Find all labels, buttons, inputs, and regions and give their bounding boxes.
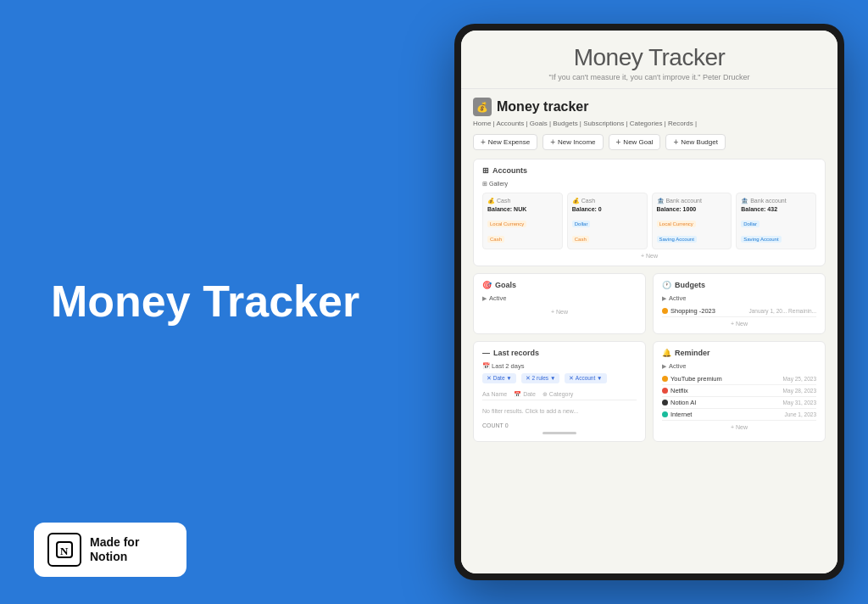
notion-badge-line1: Made for xyxy=(90,535,139,550)
goals-section: 🎯 Goals ▶ Active + New xyxy=(473,273,646,334)
nav-links: Home | Accounts | Goals | Budgets | Subs… xyxy=(473,120,826,127)
reminder-1-dot xyxy=(662,376,668,382)
card3-tag1: Local Currency xyxy=(657,221,696,227)
card2-icon: 💰 Cash xyxy=(572,198,643,204)
reminder-item-1: YouTube premium May 25, 2023 xyxy=(662,373,816,385)
notion-badge-text: Made for Notion xyxy=(90,535,139,564)
money-tracker-icon: 💰 xyxy=(473,98,492,116)
accounts-title: Accounts xyxy=(492,166,527,175)
reminder-4-dot xyxy=(662,411,668,417)
reminder-icon: 🔔 xyxy=(662,349,671,357)
reminder-4-name: Internet xyxy=(670,411,692,418)
records-count: COUNT 0 xyxy=(482,422,637,428)
goals-new[interactable]: + New xyxy=(482,305,637,315)
budgets-section: 🕐 Budgets ▶ Active Shopping -2023 Januar… xyxy=(653,273,826,334)
budget-dot xyxy=(662,308,668,314)
records-table-header: Aa Name 📅 Date ⊕ Category xyxy=(482,389,637,400)
account-card-4: 🏦 Bank account Balance: 432 Dollar Savin… xyxy=(736,193,816,249)
goals-budgets-row: 🎯 Goals ▶ Active + New 🕐 Budgets xyxy=(473,273,826,334)
account-card-2: 💰 Cash Balance: 0 Dollar Cash xyxy=(567,193,648,249)
goals-filter-label: Active xyxy=(489,294,506,302)
notion-icon: N xyxy=(47,533,81,567)
page-title: Money tracker xyxy=(497,99,589,115)
card1-tag1: Local Currency xyxy=(487,221,526,227)
reminder-item-4: Internet June 1, 2023 xyxy=(662,409,816,421)
goals-icon: 🎯 xyxy=(482,281,492,289)
filter-date[interactable]: ✕ Date ▼ xyxy=(482,373,516,383)
account-card-1: 💰 Cash Balance: NUK Local Currency Cash xyxy=(482,193,563,249)
notion-badge: N Made for Notion xyxy=(34,523,186,577)
budgets-filter-label: Active xyxy=(669,294,686,302)
budgets-new[interactable]: + New xyxy=(662,317,816,327)
new-goal-button[interactable]: New Goal xyxy=(609,134,661,150)
reminder-3-name: Notion AI xyxy=(670,399,696,406)
new-budget-button[interactable]: New Budget xyxy=(665,134,725,150)
accounts-new[interactable]: + New xyxy=(482,249,816,259)
reminder-1-label: YouTube premium xyxy=(662,375,722,383)
device-mockup: Money Tracker "If you can't measure it, … xyxy=(454,24,844,580)
card4-tag1: Dollar xyxy=(741,221,760,227)
card2-tag1: Dollar xyxy=(572,221,591,227)
last-records-title: Last records xyxy=(493,349,539,357)
reminder-item-3: Notion AI May 31, 2023 xyxy=(662,397,816,409)
new-income-button[interactable]: New Income xyxy=(542,134,603,150)
action-buttons: New Expense New Income New Goal New Budg… xyxy=(473,134,826,150)
no-results-text: No filter results. Click to add a new... xyxy=(482,403,637,419)
budget-item-1-label: Shopping -2023 xyxy=(662,307,715,315)
reminder-2-date: May 28, 2023 xyxy=(783,388,816,394)
card1-balance: Balance: NUK xyxy=(487,206,558,212)
app-header: Money Tracker "If you can't measure it, … xyxy=(461,31,837,89)
col-name: Aa Name xyxy=(482,391,507,398)
accounts-view: ⊞ Gallery xyxy=(482,180,816,187)
filter-account[interactable]: ✕ Account ▼ xyxy=(565,373,606,383)
card4-icon: 🏦 Bank account xyxy=(741,198,811,204)
budget-name: Shopping -2023 xyxy=(670,307,715,315)
records-filters: ✕ Date ▼ ✕ 2 rules ▼ ✕ Account ▼ xyxy=(482,373,637,387)
reminder-header: 🔔 Reminder xyxy=(662,349,816,357)
card4-balance: Balance: 432 xyxy=(741,206,811,212)
reminder-4-label: Internet xyxy=(662,411,692,418)
reminder-section: 🔔 Reminder ▶ Active YouTube premium May … xyxy=(653,341,826,442)
accounts-header: ⊞ Accounts xyxy=(482,166,816,175)
goals-filter[interactable]: ▶ Active xyxy=(482,294,637,302)
reminder-3-label: Notion AI xyxy=(662,399,696,406)
budget-item-1: Shopping -2023 January 1, 20... Remainin… xyxy=(662,305,816,317)
card2-balance: Balance: 0 xyxy=(572,206,643,212)
reminder-3-dot xyxy=(662,400,668,405)
reminder-3-date: May 31, 2023 xyxy=(783,400,816,405)
records-reminder-row: — Last records 📅 Last 2 days ✕ Date ▼ ✕ … xyxy=(473,341,826,442)
last-records-section: — Last records 📅 Last 2 days ✕ Date ▼ ✕ … xyxy=(473,341,646,442)
svg-text:N: N xyxy=(60,545,69,557)
app-main-title: Money Tracker xyxy=(478,44,821,71)
notion-badge-line2: Notion xyxy=(90,550,139,564)
reminder-1-name: YouTube premium xyxy=(670,375,722,383)
card4-tag2: Saving Account xyxy=(741,236,781,243)
reminder-2-name: Netflix xyxy=(670,387,688,394)
reminder-4-date: June 1, 2023 xyxy=(784,411,816,417)
records-icon: — xyxy=(482,349,490,357)
reminder-new[interactable]: + New xyxy=(662,421,816,430)
col-category: ⊕ Category xyxy=(542,391,573,398)
accounts-grid: 💰 Cash Balance: NUK Local Currency Cash … xyxy=(482,193,816,249)
accounts-icon: ⊞ xyxy=(482,166,489,175)
accounts-section: ⊞ Accounts ⊞ Gallery 💰 Cash Balance: NUK… xyxy=(473,159,826,266)
new-expense-button[interactable]: New Expense xyxy=(473,134,537,150)
records-scrollbar xyxy=(542,432,576,434)
hero-title: Money Tracker xyxy=(51,277,390,326)
card1-tag2: Cash xyxy=(487,236,504,243)
budgets-filter[interactable]: ▶ Active xyxy=(662,294,816,302)
card3-balance: Balance: 1000 xyxy=(657,206,727,212)
budgets-title: Budgets xyxy=(675,281,705,289)
budgets-icon: 🕐 xyxy=(662,281,671,289)
device-screen: Money Tracker "If you can't measure it, … xyxy=(461,31,837,573)
goals-title: Goals xyxy=(495,281,516,289)
card3-tag2: Saving Account xyxy=(657,236,697,243)
reminder-2-dot xyxy=(662,388,668,394)
last-records-header: — Last records xyxy=(482,349,637,357)
filter-rules[interactable]: ✕ 2 rules ▼ xyxy=(521,373,560,383)
page-title-row: 💰 Money tracker xyxy=(473,98,826,116)
reminder-filter-label: Active xyxy=(669,362,686,370)
records-period: 📅 Last 2 days xyxy=(482,362,637,370)
app-quote: "If you can't measure it, you can't impr… xyxy=(478,73,821,81)
reminder-filter[interactable]: ▶ Active xyxy=(662,362,816,370)
